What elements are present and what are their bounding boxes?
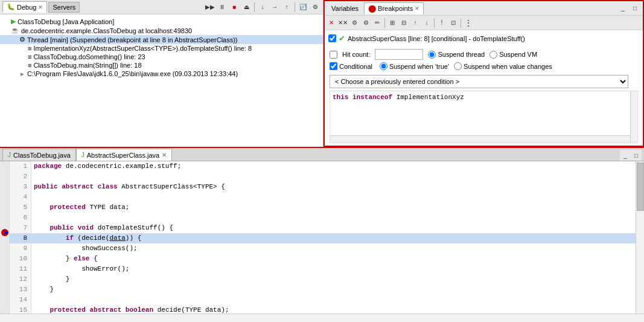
step-return-btn[interactable]: ↑	[281, 2, 292, 13]
tab-servers-label: Servers	[53, 4, 75, 11]
suspend-change-radio[interactable]	[454, 62, 462, 70]
suspend-thread-radio-label[interactable]: Suspend thread	[428, 51, 485, 59]
minimize-editor-btn[interactable]: _	[620, 150, 631, 161]
suspend-vm-radio[interactable]	[489, 51, 497, 59]
suspend-change-radio-label[interactable]: Suspend when value changes	[454, 62, 552, 70]
jvm-icon: ☕	[11, 27, 19, 34]
tab-abstractSuperClass[interactable]: J AbstractSuperClass.java ✕	[76, 149, 172, 161]
hit-count-row: Hit count: Suspend thread Suspend VM	[330, 49, 638, 60]
code-lines: package de.codecentric.example.stuff; pu…	[31, 161, 636, 314]
marker-10	[0, 247, 9, 257]
code-line-12: }	[31, 274, 636, 285]
conditional-checkbox[interactable]	[330, 62, 337, 70]
step-into-btn[interactable]: ↓	[257, 2, 268, 13]
close-debug-icon[interactable]: ✕	[38, 4, 43, 10]
maximize-bp-btn[interactable]: □	[630, 3, 640, 14]
code-this: this	[333, 94, 348, 101]
line-num-7: 7	[10, 223, 31, 233]
remove-bp-btn[interactable]: ✕	[326, 18, 337, 28]
tab-classToDebug[interactable]: J ClassToDebug.java	[2, 149, 76, 161]
suspend-btn[interactable]: ⏸	[217, 2, 228, 13]
marker-3	[0, 181, 9, 190]
editor-tabs: J ClassToDebug.java J AbstractSuperClass…	[0, 148, 644, 161]
maximize-editor-btn[interactable]: □	[631, 150, 642, 161]
marker-13	[0, 275, 9, 285]
tab-debug[interactable]: 🐛 Debug ✕	[2, 1, 47, 13]
tree-item-frame1[interactable]: ≡ ImplementationXyz(AbstractSuperClass<T…	[0, 44, 323, 53]
hit-count-checkbox[interactable]	[330, 51, 337, 59]
drop-frame-btn[interactable]: 🔃	[298, 2, 308, 13]
resume-btn[interactable]: ▶▶	[205, 2, 215, 13]
suspend-thread-label: Suspend thread	[438, 51, 485, 58]
step-over-btn[interactable]: →	[269, 2, 280, 13]
tree-item-process[interactable]: ► C:\Program Files\Java\jdk1.6.0_25\bin\…	[0, 69, 323, 78]
bp-item-label[interactable]: AbstractSuperClass [line: 8] [conditiona…	[348, 35, 525, 42]
suspend-vm-radio-label[interactable]: Suspend VM	[489, 51, 537, 59]
suspend-true-radio[interactable]	[380, 62, 387, 70]
classToDebug-icon: J	[8, 152, 11, 158]
bp-link-btn[interactable]: !	[436, 18, 447, 28]
tree-item-frame3[interactable]: ≡ ClassToDebug.main(String[]) line: 18	[0, 61, 323, 69]
hit-count-label: Hit count:	[342, 51, 370, 58]
thread-label: Thread [main] (Suspended (breakpoint at …	[27, 36, 238, 43]
code-scrollbar-h[interactable]	[330, 135, 630, 143]
scrollbar-thumb[interactable]	[637, 163, 644, 211]
editor-scrollbar-v[interactable]	[636, 161, 644, 314]
bp-edit-btn[interactable]: ✏	[372, 18, 383, 28]
remove-all-bp-btn[interactable]: ✕✕	[337, 18, 348, 28]
use-step-filters-btn[interactable]: ⚙	[310, 2, 320, 13]
bp-properties-btn[interactable]: ⚙	[349, 18, 360, 28]
code-content[interactable]: package de.codecentric.example.stuff; pu…	[31, 161, 636, 314]
bp-skip-btn[interactable]: ⊡	[448, 18, 459, 28]
bp-sep2	[434, 18, 435, 28]
bp-menu-btn[interactable]: ⋮	[463, 18, 474, 28]
suspend-change-label: Suspend when value changes	[464, 63, 552, 70]
conditional-check-label[interactable]: Conditional	[330, 62, 372, 70]
code-scrollbar-v[interactable]	[630, 91, 637, 143]
condition-dropdown[interactable]: < Choose a previously entered condition …	[330, 75, 628, 88]
breakpoints-tab-label: Breakpoints	[378, 5, 413, 12]
bp-settings-btn[interactable]: ⚙	[360, 18, 371, 28]
conditional-row: Conditional Suspend when 'true' Suspend …	[330, 62, 638, 70]
bp-remove-btn[interactable]: ⊟	[398, 18, 409, 28]
code-line-13: }	[31, 285, 636, 295]
marker-4	[0, 190, 9, 199]
disconnect-btn[interactable]: ⏏	[241, 2, 252, 13]
line-num-8: 8	[10, 233, 31, 243]
suspend-thread-radio[interactable]	[428, 51, 436, 59]
marker-16	[0, 304, 9, 314]
line-num-5: 5	[10, 202, 31, 213]
suspend-vm-label: Suspend VM	[499, 51, 537, 58]
editor-scrollbar-h[interactable]	[0, 314, 644, 322]
tab-variables[interactable]: Variables	[327, 3, 363, 14]
close-abstractSuperClass-icon[interactable]: ✕	[162, 152, 167, 158]
bp-item-checkbox[interactable]	[328, 34, 336, 42]
tree-item-frame2[interactable]: ≡ ClassToDebug.doSomething() line: 23	[0, 53, 323, 61]
abstractSuperClass-tab-label: AbstractSuperClass.java	[87, 152, 159, 159]
bp-add-btn[interactable]: ⊞	[387, 18, 398, 28]
tab-breakpoints[interactable]: ⬤ Breakpoints ✕	[364, 2, 424, 14]
debug-toolbar: 🐛 Debug ✕ Servers ▶▶ ⏸ ■ ⏏ ↓ → ↑ 🔃 ⚙	[0, 0, 323, 14]
marker-15	[0, 295, 9, 304]
editor-sidebar-markers: ➤	[0, 161, 10, 314]
bp-code-area[interactable]: this instanceof ImplementationXyz	[330, 91, 638, 143]
h-scrollbar-track[interactable]	[22, 315, 644, 322]
code-line-6	[31, 213, 636, 223]
tree-item-jvm[interactable]: ☕ de.codecentric.example.ClassToDebug at…	[0, 26, 323, 35]
bp-up-btn[interactable]: ↑	[410, 18, 421, 28]
hit-count-input[interactable]	[375, 49, 423, 60]
tab-servers[interactable]: Servers	[48, 2, 80, 13]
bp-down-btn[interactable]: ↓	[421, 18, 432, 28]
minimize-bp-btn[interactable]: _	[617, 3, 628, 14]
suspend-true-label: Suspend when 'true'	[389, 63, 449, 70]
debug-panel: 🐛 Debug ✕ Servers ▶▶ ⏸ ■ ⏏ ↓ → ↑ 🔃 ⚙ ▶	[0, 0, 324, 147]
tree-item-app[interactable]: ▶ ClassToDebug [Java Application]	[0, 17, 323, 26]
line-num-14: 14	[10, 295, 31, 305]
marker-9	[0, 237, 9, 247]
tree-item-thread[interactable]: ⚙ Thread [main] (Suspended (breakpoint a…	[0, 35, 323, 44]
suspend-true-radio-label[interactable]: Suspend when 'true'	[380, 62, 449, 70]
line-num-4: 4	[10, 192, 31, 202]
close-breakpoints-icon[interactable]: ✕	[415, 5, 419, 11]
stop-btn[interactable]: ■	[229, 2, 240, 13]
marker-8[interactable]: ➤	[0, 228, 9, 237]
